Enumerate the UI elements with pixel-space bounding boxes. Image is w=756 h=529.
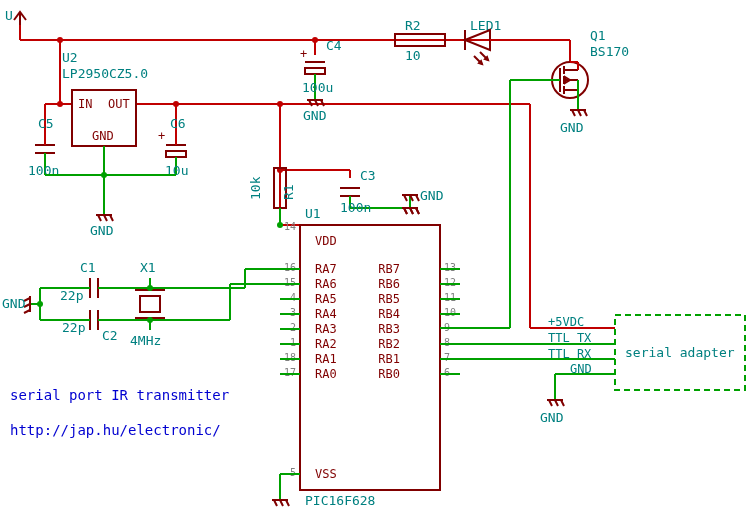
svg-text:+: + — [158, 129, 165, 143]
regulator-u2: U2 LP2950CZ5.0 IN OUT GND — [62, 50, 148, 215]
svg-text:C5: C5 — [38, 116, 54, 131]
svg-text:RB5: RB5 — [378, 292, 400, 306]
svg-text:GND: GND — [92, 129, 114, 143]
svg-text:13: 13 — [444, 262, 456, 273]
svg-text:4: 4 — [290, 292, 296, 303]
svg-text:6: 6 — [444, 367, 450, 378]
svg-text:17: 17 — [284, 367, 296, 378]
svg-text:Q1: Q1 — [590, 28, 606, 43]
svg-text:3: 3 — [290, 307, 296, 318]
svg-text:GND: GND — [303, 108, 327, 123]
resistor-r1: 10k R1 — [248, 165, 296, 228]
svg-text:C4: C4 — [326, 38, 342, 53]
svg-point-24 — [57, 101, 63, 107]
svg-text:RB3: RB3 — [378, 322, 400, 336]
svg-text:7: 7 — [444, 352, 450, 363]
svg-text:14: 14 — [284, 221, 296, 232]
gnd-c3: GND — [402, 188, 444, 214]
u2-ref: U2 — [62, 50, 78, 65]
svg-text:serial adapter: serial adapter — [625, 345, 735, 360]
svg-text:100n: 100n — [340, 200, 371, 215]
svg-point-70 — [277, 222, 283, 228]
schematic: U U2 — [0, 0, 756, 529]
svg-point-119 — [147, 317, 153, 323]
svg-text:RA0: RA0 — [315, 367, 337, 381]
svg-text:TTL RX: TTL RX — [548, 347, 592, 361]
svg-point-12 — [173, 101, 179, 107]
svg-text:U1: U1 — [305, 206, 321, 221]
svg-text:RB1: RB1 — [378, 352, 400, 366]
svg-text:BS170: BS170 — [590, 44, 629, 59]
svg-rect-108 — [140, 296, 160, 312]
svg-text:GND: GND — [560, 120, 584, 135]
svg-text:12: 12 — [444, 277, 456, 288]
svg-text:RA5: RA5 — [315, 292, 337, 306]
svg-text:5: 5 — [290, 467, 296, 478]
svg-text:C2: C2 — [102, 328, 118, 343]
svg-text:100u: 100u — [302, 80, 333, 95]
svg-text:10: 10 — [444, 307, 456, 318]
svg-text:10k: 10k — [248, 176, 263, 200]
svg-text:11: 11 — [444, 292, 456, 303]
svg-text:10: 10 — [405, 48, 421, 63]
svg-text:R2: R2 — [405, 18, 421, 33]
svg-text:+5VDC: +5VDC — [548, 315, 584, 329]
svg-text:GND: GND — [540, 410, 564, 425]
svg-text:PIC16F628: PIC16F628 — [305, 493, 375, 508]
svg-text:RA3: RA3 — [315, 322, 337, 336]
svg-text:RB7: RB7 — [378, 262, 400, 276]
svg-text:RB6: RB6 — [378, 277, 400, 291]
svg-text:4MHz: 4MHz — [130, 333, 161, 348]
svg-text:TTL TX: TTL TX — [548, 331, 592, 345]
svg-text:GND: GND — [90, 223, 114, 238]
svg-text:IN: IN — [78, 97, 92, 111]
svg-text:RA7: RA7 — [315, 262, 337, 276]
svg-text:RA6: RA6 — [315, 277, 337, 291]
gnd-reg: GND — [90, 215, 114, 238]
svg-text:1: 1 — [290, 337, 296, 348]
svg-text:18: 18 — [284, 352, 296, 363]
svg-text:RA2: RA2 — [315, 337, 337, 351]
svg-text:RA1: RA1 — [315, 352, 337, 366]
mcu-u1: U1 VDD 14 RA716 RA615 RA54 RA43 RA32 RA2… — [272, 206, 460, 508]
svg-text:RB2: RB2 — [378, 337, 400, 351]
svg-text:VSS: VSS — [315, 467, 337, 481]
mosfet-q1: Q1 BS170 GND — [540, 28, 629, 135]
gate-wire — [440, 80, 540, 328]
svg-text:+: + — [300, 47, 307, 61]
svg-rect-41 — [166, 151, 186, 157]
crystal-net: C1 22p 22p C2 X1 4MHz GND — [2, 260, 300, 348]
svg-text:22p: 22p — [60, 288, 84, 303]
svg-text:2: 2 — [290, 322, 296, 333]
cap-c4: C4 + 100u GND — [300, 38, 342, 123]
svg-point-122 — [37, 301, 43, 307]
svg-text:RB4: RB4 — [378, 307, 400, 321]
power-rails: U — [5, 8, 615, 328]
svg-text:C3: C3 — [360, 168, 376, 183]
svg-text:GND: GND — [420, 188, 444, 203]
svg-text:C6: C6 — [170, 116, 186, 131]
svg-text:15: 15 — [284, 277, 296, 288]
svg-text:16: 16 — [284, 262, 296, 273]
svg-text:R1: R1 — [281, 184, 296, 200]
svg-point-3 — [57, 37, 63, 43]
svg-text:C1: C1 — [80, 260, 96, 275]
svg-point-14 — [277, 101, 283, 107]
svg-rect-49 — [305, 68, 325, 74]
serial-adapter: +5VDC TTL TX TTL RX GND serial adapter — [548, 315, 745, 390]
schematic-url: http://jap.hu/electronic/ — [10, 422, 221, 438]
u2-part: LP2950CZ5.0 — [62, 66, 148, 81]
svg-text:X1: X1 — [140, 260, 156, 275]
serial-wires: GND — [460, 344, 615, 425]
svg-point-5 — [312, 37, 318, 43]
svg-text:OUT: OUT — [108, 97, 130, 111]
svg-text:RB0: RB0 — [378, 367, 400, 381]
svg-point-118 — [147, 285, 153, 291]
svg-text:8: 8 — [444, 337, 450, 348]
svg-text:GND: GND — [2, 296, 26, 311]
svg-text:RA4: RA4 — [315, 307, 337, 321]
power-label: U — [5, 8, 13, 23]
svg-text:VDD: VDD — [315, 234, 337, 248]
schematic-title: serial port IR transmitter — [10, 387, 229, 403]
svg-text:GND: GND — [570, 362, 592, 376]
